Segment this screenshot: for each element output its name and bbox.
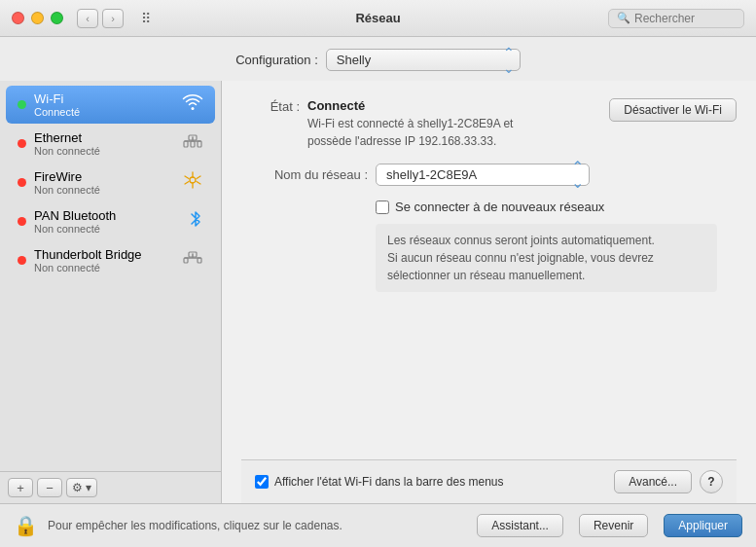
forward-button[interactable]: ›: [102, 9, 124, 28]
sidebar-text-firewire: FireWire Non connecté: [34, 169, 178, 196]
sidebar-status-ethernet: Non connecté: [34, 145, 178, 157]
sidebar-item-bluetooth[interactable]: PAN Bluetooth Non connecté: [6, 202, 215, 240]
spacer: [241, 292, 737, 459]
sidebar-dot-ethernet: [18, 139, 26, 148]
network-row: Nom du réseau : shelly1-2C8E9A ⌃⌄: [241, 164, 737, 186]
sidebar-status-thunderbolt: Non connecté: [34, 262, 178, 274]
svg-rect-2: [198, 141, 201, 147]
advanced-button[interactable]: Avancé...: [614, 470, 692, 493]
checkbox-row: Se connecter à de nouveaux réseaux: [376, 200, 737, 214]
network-select[interactable]: shelly1-2C8E9A: [376, 164, 590, 186]
sidebar-dot-firewire: [18, 178, 26, 187]
deactivate-wifi-button[interactable]: Désactiver le Wi-Fi: [609, 98, 737, 122]
lock-icon: 🔒: [14, 514, 38, 537]
maximize-button[interactable]: [51, 12, 63, 24]
bluetooth-icon: [188, 209, 203, 234]
grid-button[interactable]: ⠿: [135, 9, 157, 28]
sidebar-item-wifi[interactable]: Wi-Fi Connecté: [6, 86, 215, 124]
status-description: Wi-Fi est connecté à shelly1-2C8E9A et p…: [307, 115, 597, 150]
revert-button[interactable]: Revenir: [579, 514, 648, 537]
content-area: Wi-Fi Connecté: [0, 81, 756, 503]
show-wifi-label: Afficher l'état Wi-Fi dans la barre des …: [274, 475, 504, 489]
search-icon: 🔍: [617, 12, 630, 24]
sidebar-dot-bluetooth: [18, 217, 26, 226]
window-title: Réseau: [355, 11, 400, 25]
sidebar-text-wifi: Wi-Fi Connecté: [34, 91, 178, 118]
svg-rect-0: [184, 141, 188, 147]
bottom-bar: Afficher l'état Wi-Fi dans la barre des …: [241, 459, 737, 503]
svg-rect-1: [191, 141, 195, 147]
status-label: État :: [241, 98, 300, 114]
titlebar: ‹ › ⠿ Réseau 🔍: [0, 0, 756, 37]
sidebar-name-firewire: FireWire: [34, 169, 178, 184]
sidebar-status-wifi: Connecté: [34, 106, 178, 118]
wifi-icon: [182, 93, 203, 116]
info-box: Les réseaux connus seront joints automat…: [376, 224, 717, 292]
config-select-wrap: Shelly ⌃⌄: [326, 49, 521, 71]
sidebar-footer: + − ⚙ ▾: [0, 471, 221, 503]
sidebar-text-thunderbolt: Thunderbolt Bridge Non connecté: [34, 247, 178, 274]
search-box[interactable]: 🔍: [608, 9, 744, 28]
network-select-wrap: shelly1-2C8E9A ⌃⌄: [376, 164, 590, 186]
window-controls: [12, 12, 63, 24]
new-networks-checkbox[interactable]: [376, 201, 389, 214]
lock-row: 🔒 Pour empêcher les modifications, cliqu…: [0, 503, 756, 547]
ethernet-icon: [182, 133, 203, 154]
sidebar-name-thunderbolt: Thunderbolt Bridge: [34, 247, 178, 262]
minimize-button[interactable]: [31, 12, 44, 24]
assistant-button[interactable]: Assistant...: [477, 514, 563, 537]
firewire-icon: [182, 170, 203, 195]
status-row: État : Connecté Wi-Fi est connecté à she…: [241, 98, 737, 150]
network-settings-button[interactable]: ⚙ ▾: [66, 478, 97, 497]
help-button[interactable]: ?: [700, 470, 723, 493]
sidebar-text-ethernet: Ethernet Non connecté: [34, 130, 178, 157]
status-value: Connecté: [307, 98, 365, 113]
sidebar-item-firewire[interactable]: FireWire Non connecté: [6, 164, 215, 201]
apply-button[interactable]: Appliquer: [664, 514, 742, 537]
window-body: Configuration : Shelly ⌃⌄ Wi-Fi Connecté: [0, 37, 756, 547]
sidebar-name-bluetooth: PAN Bluetooth: [34, 208, 184, 223]
show-wifi-checkbox[interactable]: [255, 475, 269, 489]
nav-buttons: ‹ › ⠿: [77, 9, 157, 28]
right-panel: État : Connecté Wi-Fi est connecté à she…: [222, 81, 756, 503]
close-button[interactable]: [12, 12, 24, 24]
sidebar-dot-wifi: [18, 100, 26, 109]
config-row: Configuration : Shelly ⌃⌄: [0, 37, 756, 81]
new-networks-label: Se connecter à de nouveaux réseaux: [395, 200, 604, 214]
thunderbolt-icon: [182, 250, 203, 271]
sidebar-name-ethernet: Ethernet: [34, 130, 178, 145]
add-network-button[interactable]: +: [8, 478, 33, 497]
action-buttons: Assistant... Revenir Appliquer: [469, 514, 742, 537]
sidebar-text-bluetooth: PAN Bluetooth Non connecté: [34, 208, 184, 235]
show-wifi-row: Afficher l'état Wi-Fi dans la barre des …: [255, 475, 606, 489]
sidebar-status-firewire: Non connecté: [34, 184, 178, 196]
config-label: Configuration :: [235, 53, 318, 67]
sidebar-name-wifi: Wi-Fi: [34, 91, 178, 106]
sidebar-dot-thunderbolt: [18, 256, 26, 265]
sidebar-item-thunderbolt[interactable]: Thunderbolt Bridge Non connecté: [6, 241, 215, 279]
status-content: Connecté Wi-Fi est connecté à shelly1-2C…: [307, 98, 597, 150]
sidebar-status-bluetooth: Non connecté: [34, 223, 184, 235]
sidebar-list: Wi-Fi Connecté: [0, 81, 221, 471]
back-button[interactable]: ‹: [77, 9, 98, 28]
lock-text: Pour empêcher les modifications, cliquez…: [48, 519, 459, 532]
sidebar: Wi-Fi Connecté: [0, 81, 222, 503]
svg-point-4: [190, 177, 196, 183]
search-input[interactable]: [634, 12, 736, 25]
network-label: Nom du réseau :: [241, 167, 368, 182]
sidebar-item-ethernet[interactable]: Ethernet Non connecté: [6, 125, 215, 163]
config-select[interactable]: Shelly: [326, 49, 521, 71]
remove-network-button[interactable]: −: [37, 478, 62, 497]
